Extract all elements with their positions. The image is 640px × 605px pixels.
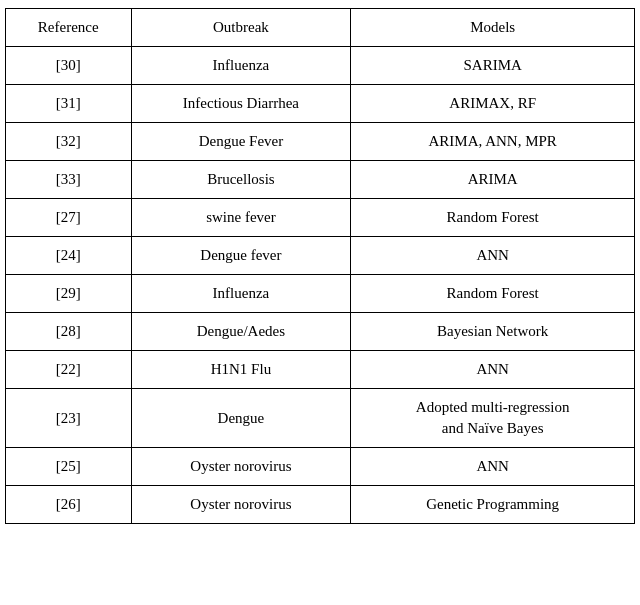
table-header-row: Reference Outbreak Models xyxy=(6,9,635,47)
table-row: [22]H1N1 FluANN xyxy=(6,351,635,389)
cell-models: ARIMAX, RF xyxy=(351,85,635,123)
col-header-models: Models xyxy=(351,9,635,47)
cell-outbreak: Brucellosis xyxy=(131,161,351,199)
cell-models: Bayesian Network xyxy=(351,313,635,351)
cell-models: ANN xyxy=(351,448,635,486)
table-row: [25]Oyster norovirusANN xyxy=(6,448,635,486)
cell-models: ANN xyxy=(351,237,635,275)
cell-models: Random Forest xyxy=(351,199,635,237)
cell-reference: [28] xyxy=(6,313,132,351)
table-row: [30]InfluenzaSARIMA xyxy=(6,47,635,85)
table-row: [32]Dengue FeverARIMA, ANN, MPR xyxy=(6,123,635,161)
cell-outbreak: Infectious Diarrhea xyxy=(131,85,351,123)
col-header-reference: Reference xyxy=(6,9,132,47)
cell-outbreak: Dengue fever xyxy=(131,237,351,275)
cell-outbreak: Dengue Fever xyxy=(131,123,351,161)
cell-reference: [27] xyxy=(6,199,132,237)
table-row: [23]DengueAdopted multi-regressionand Na… xyxy=(6,389,635,448)
cell-reference: [33] xyxy=(6,161,132,199)
cell-outbreak: Oyster norovirus xyxy=(131,448,351,486)
cell-outbreak: swine fever xyxy=(131,199,351,237)
cell-outbreak: H1N1 Flu xyxy=(131,351,351,389)
cell-reference: [23] xyxy=(6,389,132,448)
table-row: [26]Oyster norovirusGenetic Programming xyxy=(6,486,635,524)
cell-outbreak: Influenza xyxy=(131,47,351,85)
cell-models: Genetic Programming xyxy=(351,486,635,524)
cell-outbreak: Influenza xyxy=(131,275,351,313)
cell-outbreak: Dengue xyxy=(131,389,351,448)
cell-models: ARIMA xyxy=(351,161,635,199)
cell-reference: [26] xyxy=(6,486,132,524)
cell-reference: [22] xyxy=(6,351,132,389)
main-table-wrapper: Reference Outbreak Models [30]InfluenzaS… xyxy=(5,8,635,524)
cell-models: ARIMA, ANN, MPR xyxy=(351,123,635,161)
col-header-outbreak: Outbreak xyxy=(131,9,351,47)
table-row: [27]swine feverRandom Forest xyxy=(6,199,635,237)
reference-table: Reference Outbreak Models [30]InfluenzaS… xyxy=(5,8,635,524)
cell-reference: [31] xyxy=(6,85,132,123)
cell-reference: [30] xyxy=(6,47,132,85)
table-row: [28]Dengue/AedesBayesian Network xyxy=(6,313,635,351)
cell-outbreak: Oyster norovirus xyxy=(131,486,351,524)
cell-reference: [29] xyxy=(6,275,132,313)
table-row: [31]Infectious DiarrheaARIMAX, RF xyxy=(6,85,635,123)
cell-reference: [24] xyxy=(6,237,132,275)
cell-models: ANN xyxy=(351,351,635,389)
cell-models: Adopted multi-regressionand Naïve Bayes xyxy=(351,389,635,448)
cell-models: SARIMA xyxy=(351,47,635,85)
table-row: [29]InfluenzaRandom Forest xyxy=(6,275,635,313)
table-row: [33]BrucellosisARIMA xyxy=(6,161,635,199)
cell-outbreak: Dengue/Aedes xyxy=(131,313,351,351)
cell-models: Random Forest xyxy=(351,275,635,313)
table-row: [24]Dengue feverANN xyxy=(6,237,635,275)
cell-reference: [25] xyxy=(6,448,132,486)
cell-reference: [32] xyxy=(6,123,132,161)
